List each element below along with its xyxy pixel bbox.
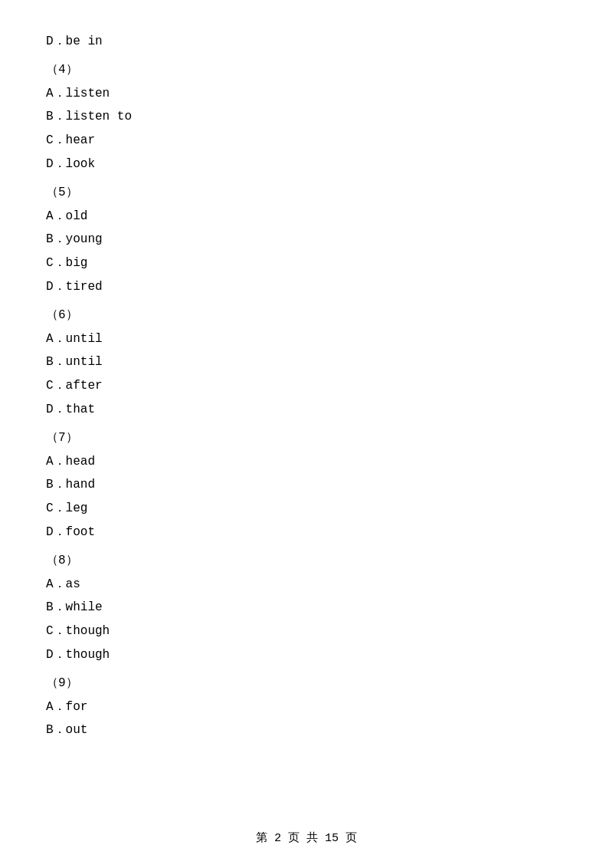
option-item: A．until — [46, 328, 567, 350]
option-item: B．out — [46, 719, 567, 741]
option-item: B．hand — [46, 474, 567, 496]
option-item: A．listen — [46, 83, 567, 105]
option-item: B．until — [46, 351, 567, 373]
option-item: D．tired — [46, 276, 567, 298]
option-item: D．though — [46, 644, 567, 666]
option-item: D．look — [46, 153, 567, 176]
main-content: D．be in（4）A．listenB．listen toC．hearD．loo… — [0, 0, 613, 789]
section-label: （9） — [46, 672, 567, 695]
section-label: （5） — [46, 182, 567, 204]
section-label: （7） — [46, 427, 567, 449]
option-item: C．though — [46, 620, 567, 643]
option-item: A．as — [46, 574, 567, 596]
option-item: D．that — [46, 399, 567, 421]
option-item: B．young — [46, 229, 567, 251]
option-item: C．hear — [46, 130, 567, 152]
option-item: B．while — [46, 597, 567, 619]
option-item: A．old — [46, 205, 567, 228]
section-label: （6） — [46, 304, 567, 327]
option-item: C．big — [46, 252, 567, 275]
option-item: C．after — [46, 375, 567, 397]
option-item: B．listen to — [46, 106, 567, 128]
option-item: A．head — [46, 451, 567, 473]
option-item: D．foot — [46, 521, 567, 544]
section-label: （4） — [46, 59, 567, 81]
option-item: D．be in — [46, 31, 567, 53]
option-item: C．leg — [46, 498, 567, 520]
option-item: A．for — [46, 696, 567, 718]
page-footer: 第 2 页 共 15 页 — [0, 830, 613, 845]
section-label: （8） — [46, 550, 567, 572]
